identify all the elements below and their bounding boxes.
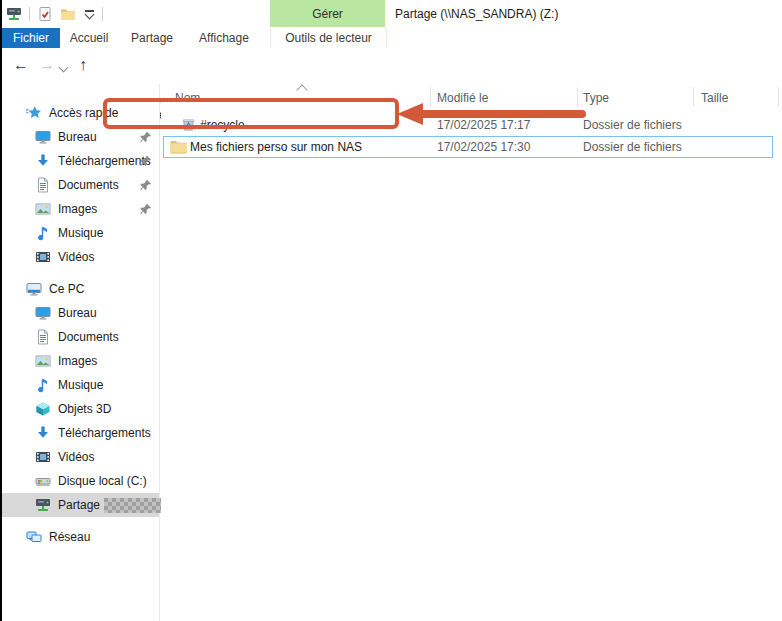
sidebar-item-pc-videos[interactable]: Vidéos [0, 445, 159, 469]
sidebar-item-objets-3d[interactable]: Objets 3D [0, 397, 159, 421]
redaction-blur [104, 498, 164, 513]
sidebar-label: Documents [58, 330, 119, 344]
column-header-modified[interactable]: Modifié le [437, 91, 488, 105]
videos-icon [35, 449, 51, 465]
back-button-icon[interactable]: ← [13, 56, 29, 74]
tab-drive-tools[interactable]: Outils de lecteur [270, 28, 387, 48]
manage-label: Gérer [312, 7, 343, 21]
file-name[interactable]: #recycle [200, 118, 245, 132]
videos-icon [35, 249, 51, 265]
sidebar-label: Musique [58, 378, 103, 392]
window-title: Partage (\\NAS_SANDRA) (Z:) [395, 7, 558, 21]
new-folder-icon[interactable] [60, 6, 76, 22]
sidebar-item-musique[interactable]: Musique [0, 221, 159, 245]
sidebar-label: Objets 3D [58, 402, 111, 416]
sidebar-label: Téléchargements [58, 426, 151, 440]
pin-icon [140, 179, 152, 191]
sidebar-label: Musique [58, 226, 103, 240]
sidebar-item-partage-selected[interactable]: Partage [0, 493, 159, 517]
file-type: Dossier de fichiers [583, 140, 682, 154]
tab-share[interactable]: Partage [126, 28, 178, 48]
music-icon [35, 225, 51, 241]
manage-contextual-header: Gérer [270, 0, 385, 27]
computer-icon [26, 281, 42, 297]
quick-access-toolbar [6, 6, 103, 22]
desktop-icon [35, 129, 51, 145]
file-name[interactable]: Mes fichiers perso sur mon NAS [190, 140, 362, 154]
file-type: Dossier de fichiers [583, 118, 682, 132]
file-list-pane: Nom Modifié le Type Taille #recycle 17/0… [161, 84, 782, 621]
sidebar-label: Ce PC [49, 282, 84, 296]
customize-qat-dropdown-icon[interactable] [83, 10, 95, 18]
sidebar-item-disque-local-c[interactable]: Disque local (C:) [0, 469, 159, 493]
forward-button-icon: → [39, 56, 55, 74]
images-icon [35, 353, 51, 369]
recycle-bin-icon [181, 117, 196, 133]
downloads-icon [35, 425, 51, 441]
sidebar-section-quick-access[interactable]: Accès rapide [0, 101, 159, 125]
sidebar-label: Partage [58, 498, 100, 512]
sidebar-label: Accès rapide [49, 106, 118, 120]
column-header-size[interactable]: Taille [701, 91, 728, 105]
up-button-icon[interactable]: ↑ [79, 56, 87, 74]
sidebar-item-telechargements[interactable]: Téléchargements [0, 149, 159, 173]
sidebar-item-pc-telechargements[interactable]: Téléchargements [0, 421, 159, 445]
sidebar-item-pc-images[interactable]: Images [0, 349, 159, 373]
sidebar-label: Documents [58, 178, 119, 192]
folder-icon [170, 140, 187, 154]
sidebar-item-pc-musique[interactable]: Musique [0, 373, 159, 397]
navigation-row: ← → ↑ Ce PC Partage (\\NAS (Z:) [0, 48, 782, 84]
network-drive-icon [35, 497, 51, 513]
explorer-window: Gérer Partage (\\NAS_SANDRA) (Z:) Fichie… [0, 0, 782, 621]
tab-file[interactable]: Fichier [2, 28, 60, 48]
navigation-pane: Accès rapide Bureau Téléchargements Docu… [0, 84, 160, 621]
desktop-icon [35, 305, 51, 321]
annotation-arrow-shaft [420, 110, 586, 118]
column-divider[interactable] [778, 87, 779, 107]
sidebar-label: Bureau [58, 306, 97, 320]
file-row-selected[interactable]: Mes fichiers perso sur mon NAS 17/02/202… [163, 136, 773, 158]
recent-locations-chevron-icon[interactable] [59, 63, 69, 73]
sidebar-label: Images [58, 202, 97, 216]
title-bar: Gérer Partage (\\NAS_SANDRA) (Z:) [0, 0, 782, 28]
documents-icon [35, 329, 51, 345]
sidebar-label: Réseau [49, 530, 90, 544]
column-header-name[interactable]: Nom [175, 91, 200, 105]
screenshot-left-edge [0, 0, 2, 621]
pin-icon [140, 155, 152, 167]
downloads-icon [35, 153, 51, 169]
file-modified: 17/02/2025 17:17 [437, 118, 530, 132]
toolbar-separator [102, 7, 103, 21]
sidebar-item-pc-bureau[interactable]: Bureau [0, 301, 159, 325]
images-icon [35, 201, 51, 217]
column-divider[interactable] [430, 87, 431, 107]
file-modified: 17/02/2025 17:30 [437, 140, 530, 154]
column-header-type[interactable]: Type [583, 91, 609, 105]
quick-access-star-icon [26, 105, 42, 121]
sidebar-item-images[interactable]: Images [0, 197, 159, 221]
ribbon-tab-row: Fichier Accueil Partage Affichage Outils… [0, 28, 782, 49]
3d-objects-icon [35, 401, 51, 417]
sidebar-item-pc-documents[interactable]: Documents [0, 325, 159, 349]
sidebar-label: Bureau [58, 130, 97, 144]
column-divider[interactable] [693, 87, 694, 107]
network-drive-icon [6, 6, 22, 22]
properties-check-icon[interactable] [37, 6, 53, 22]
sidebar-item-documents[interactable]: Documents [0, 173, 159, 197]
column-divider[interactable] [577, 87, 578, 107]
pin-icon [140, 203, 152, 215]
sidebar-section-this-pc[interactable]: Ce PC [0, 277, 159, 301]
network-icon [26, 529, 42, 545]
sidebar-label: Disque local (C:) [58, 474, 147, 488]
file-row-recycle[interactable]: #recycle 17/02/2025 17:17 Dossier de fic… [163, 115, 773, 136]
sidebar-item-videos[interactable]: Vidéos [0, 245, 159, 269]
sidebar-section-reseau[interactable]: Réseau [0, 525, 159, 549]
local-disk-icon [35, 473, 51, 489]
sidebar-label: Vidéos [58, 250, 94, 264]
sidebar-label: Téléchargements [58, 154, 151, 168]
tab-view[interactable]: Affichage [192, 28, 256, 48]
documents-icon [35, 177, 51, 193]
toolbar-separator [29, 7, 30, 21]
sidebar-item-bureau[interactable]: Bureau [0, 125, 159, 149]
tab-home[interactable]: Accueil [64, 28, 114, 48]
